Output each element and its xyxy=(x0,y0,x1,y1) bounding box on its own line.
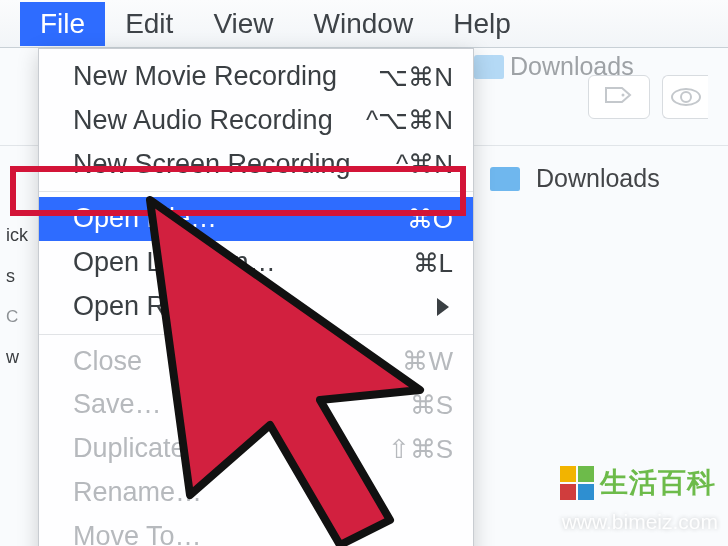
menu-item-close: Close ⌘W xyxy=(39,340,473,384)
quicklook-button[interactable] xyxy=(662,75,708,119)
svg-point-0 xyxy=(622,93,625,96)
menu-item-shortcut: ^⌥⌘N xyxy=(366,104,453,137)
menu-item-label: Close xyxy=(73,345,142,379)
menu-item-label: Open Recent xyxy=(73,290,232,324)
menu-item-label: Open Location… xyxy=(73,246,276,280)
menu-help[interactable]: Help xyxy=(433,2,531,46)
menu-item-shortcut: ⌥⌘N xyxy=(378,61,453,94)
menu-item-move-to: Move To… xyxy=(39,515,473,547)
menu-item-shortcut: ⌘W xyxy=(402,345,453,378)
sidebar-fragment: ick s C w xyxy=(0,215,40,378)
breadcrumb-label: Downloads xyxy=(536,164,660,193)
file-menu-dropdown: New Movie Recording ⌥⌘N New Audio Record… xyxy=(38,48,474,546)
menu-item-shortcut: ^⌘N xyxy=(396,148,453,181)
menu-item-label: Move To… xyxy=(73,520,202,547)
sidebar-text: w xyxy=(0,337,40,378)
menu-item-new-movie-recording[interactable]: New Movie Recording ⌥⌘N xyxy=(39,55,473,99)
menu-edit[interactable]: Edit xyxy=(105,2,193,46)
menu-window[interactable]: Window xyxy=(294,2,434,46)
menu-view[interactable]: View xyxy=(193,2,293,46)
menu-item-open-location[interactable]: Open Location… ⌘L xyxy=(39,241,473,285)
menu-item-label: Duplicate xyxy=(73,432,186,466)
menu-item-open-file[interactable]: Open File… ⌘O xyxy=(39,197,473,241)
menu-item-rename: Rename… xyxy=(39,471,473,515)
menu-item-shortcut: ⇧⌘S xyxy=(388,433,453,466)
menu-item-open-recent[interactable]: Open Recent xyxy=(39,285,473,329)
menu-item-shortcut: ⌘O xyxy=(407,203,453,236)
menu-item-label: New Screen Recording xyxy=(73,148,351,182)
watermark-url: www.bimeiz.com xyxy=(562,510,718,534)
watermark-text: 生活百科 xyxy=(600,464,716,502)
watermark-logo: 生活百科 xyxy=(560,464,716,502)
toolbar-path: Downloads xyxy=(474,52,634,81)
menu-separator xyxy=(39,334,473,335)
folder-icon xyxy=(474,55,504,79)
menu-item-new-screen-recording[interactable]: New Screen Recording ^⌘N xyxy=(39,143,473,187)
watermark-squares-icon xyxy=(560,466,594,500)
sidebar-text: ick xyxy=(0,215,40,256)
location-label: Downloads xyxy=(510,52,634,81)
eye-icon xyxy=(671,88,701,106)
menu-item-label: Open File… xyxy=(73,202,217,236)
sidebar-text: s xyxy=(0,256,40,297)
menu-file[interactable]: File xyxy=(20,2,105,46)
submenu-arrow-icon xyxy=(437,298,449,316)
sidebar-text: C xyxy=(0,297,40,337)
menu-item-label: Save… xyxy=(73,388,162,422)
menu-item-label: Rename… xyxy=(73,476,202,510)
menubar: File Edit View Window Help xyxy=(0,0,728,48)
menu-item-shortcut: ⌘L xyxy=(413,247,453,280)
menu-separator xyxy=(39,191,473,192)
folder-icon xyxy=(490,167,520,191)
menu-item-duplicate: Duplicate ⇧⌘S xyxy=(39,427,473,471)
menu-item-new-audio-recording[interactable]: New Audio Recording ^⌥⌘N xyxy=(39,99,473,143)
menu-item-label: New Audio Recording xyxy=(73,104,333,138)
menu-item-label: New Movie Recording xyxy=(73,60,337,94)
menu-item-shortcut: ⌘S xyxy=(410,389,453,422)
tags-button[interactable] xyxy=(588,75,650,119)
tag-icon xyxy=(604,84,634,110)
menu-item-save: Save… ⌘S xyxy=(39,383,473,427)
